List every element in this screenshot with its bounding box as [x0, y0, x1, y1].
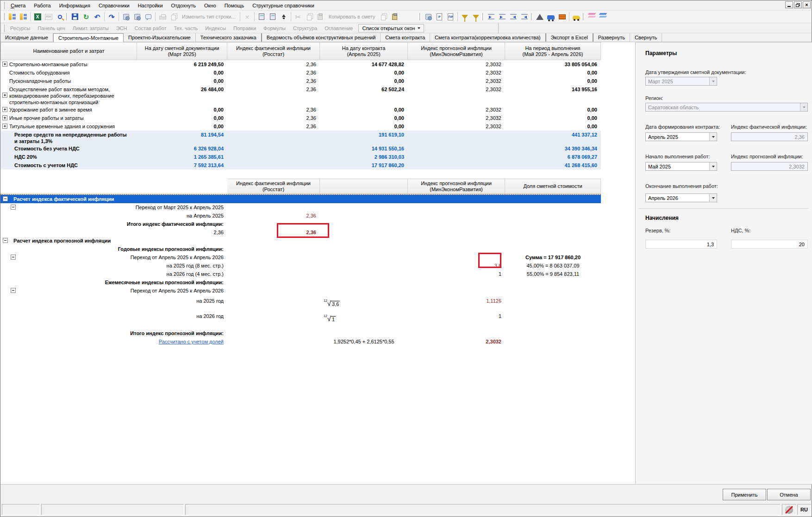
- expand-icon[interactable]: [2, 107, 7, 112]
- refresh-button[interactable]: ↻: [81, 11, 92, 22]
- annual-2025-row[interactable]: на 2025 год (8 мес. стр.) 3,6 45,00% = 8…: [0, 262, 601, 270]
- tab-export-excel[interactable]: Экспорт в Excel: [546, 33, 593, 42]
- menu-otdohnut[interactable]: Отдохнуть: [167, 1, 200, 10]
- collapse-icon[interactable]: [3, 196, 8, 201]
- contract-date-select[interactable]: Апрель 2025: [645, 132, 717, 141]
- calculator-add-button[interactable]: [267, 11, 278, 22]
- search-button[interactable]: [54, 11, 65, 22]
- indent-increase2-button[interactable]: [497, 11, 508, 22]
- doc-pr-button[interactable]: ПР: [445, 11, 456, 22]
- menu-pomosh[interactable]: Помощь: [220, 1, 249, 10]
- calculator-button[interactable]: [256, 11, 267, 22]
- collapse-icon[interactable]: [11, 255, 16, 260]
- annual-title-row[interactable]: Годовые индексы прогнозной инфляции:: [0, 245, 601, 253]
- menu-smeta[interactable]: Смета: [6, 1, 30, 10]
- table-row[interactable]: Удорожание работ в зимнее время 0,00 2,3…: [0, 106, 601, 114]
- structure-add-button[interactable]: [18, 11, 29, 22]
- fact-month-row[interactable]: на Апрель 2025 2,36: [0, 212, 601, 220]
- vat-input[interactable]: 20: [731, 240, 808, 249]
- transport-button[interactable]: [571, 11, 582, 22]
- filter-clear-button[interactable]: [470, 11, 481, 22]
- tab-contract-estimate-qty[interactable]: Смета контракта(корректировка количества…: [430, 33, 546, 42]
- move-up-button[interactable]: [278, 11, 289, 22]
- menubar-grip-icon[interactable]: [2, 2, 5, 9]
- toolbar-grip-icon[interactable]: [2, 13, 5, 20]
- tab-collapse-all[interactable]: Свернуть: [630, 33, 662, 42]
- menu-nastroiki[interactable]: Настройки: [134, 1, 167, 10]
- close-button[interactable]: ×: [803, 1, 811, 8]
- monthly-2025-row[interactable]: на 2025 год 12√3,6 1,1126: [0, 295, 601, 310]
- collapse-icon[interactable]: [3, 238, 8, 243]
- machine-1-button[interactable]: [120, 11, 131, 22]
- fact-index-section-row[interactable]: Расчет индекса фактической инфляции: [0, 195, 601, 203]
- menu-struct-spravochniki[interactable]: Структурные справочники: [248, 1, 318, 10]
- save-button[interactable]: [69, 11, 81, 22]
- panelbar-grip-icon[interactable]: [2, 25, 5, 32]
- reserve-input[interactable]: 1,3: [645, 240, 717, 249]
- work-end-select[interactable]: Апрель 2026: [645, 193, 717, 202]
- vat-row[interactable]: НДС 20% 1 265 385,61 2 986 310,03 6 878 …: [0, 153, 601, 161]
- tab-design-survey[interactable]: Проектно-Изыскательские: [124, 33, 196, 42]
- apply-button[interactable]: Применить: [723, 489, 766, 500]
- undo-button[interactable]: ↶: [92, 11, 103, 22]
- language-indicator[interactable]: RU: [797, 504, 811, 515]
- layers-blue-button[interactable]: [597, 11, 608, 22]
- col-header-period[interactable]: На период выполнения(Май 2025 - Апрель 2…: [505, 42, 601, 60]
- prog-total-value-row[interactable]: Рассчитано с учетом долей 1,9252*0,45 + …: [0, 337, 601, 346]
- indent-increase-button[interactable]: [486, 11, 497, 22]
- materials-button[interactable]: [556, 11, 568, 22]
- doc-gear-button[interactable]: [423, 11, 434, 22]
- minimize-button[interactable]: [785, 1, 793, 8]
- comment-gear-button[interactable]: [143, 11, 154, 22]
- table-row[interactable]: Иные прочие работы и затраты 0,00 2,36 0…: [0, 114, 601, 122]
- col-header-name[interactable]: Наименование работ и затрат: [0, 42, 137, 60]
- restore-row-button[interactable]: ↷: [106, 11, 117, 22]
- open-windows-dropdown[interactable]: Список открытых окон: [358, 24, 424, 32]
- menu-rabota[interactable]: Работа: [30, 1, 55, 10]
- restore-button[interactable]: [794, 1, 802, 8]
- structure-tree-button[interactable]: [6, 11, 18, 22]
- layers-pink-button[interactable]: [586, 11, 597, 22]
- reserve-row[interactable]: Резерв средств на непредвиденные работы …: [0, 131, 601, 144]
- resources-button[interactable]: [534, 11, 545, 22]
- tab-initial-data[interactable]: Исходные данные: [0, 33, 53, 42]
- indent-decrease-button[interactable]: [508, 11, 519, 22]
- tab-technical-customer[interactable]: Технического заказчика: [196, 33, 262, 42]
- tab-contract-estimate[interactable]: Смета контракта: [381, 33, 430, 42]
- total-with-vat-row[interactable]: Стоимость с учетом НДС 7 592 313,64 17 9…: [0, 161, 601, 169]
- monthly-2026-row[interactable]: на 2026 год 12√1 1: [0, 310, 601, 325]
- copy-page-color-button[interactable]: [389, 11, 400, 22]
- table-row[interactable]: Титульные временные здания и сооружения …: [0, 122, 601, 131]
- indent-decrease2-button[interactable]: [519, 11, 530, 22]
- expand-icon[interactable]: [2, 124, 7, 129]
- annual-2026-row[interactable]: на 2026 год (4 мес. стр.) 1 55,00% = 9 8…: [0, 270, 601, 278]
- col-header-contract-date[interactable]: На дату контракта(Апрель 2025): [320, 42, 408, 60]
- menu-informacia[interactable]: Информация: [55, 1, 94, 10]
- doc-p-button[interactable]: Р: [434, 11, 445, 22]
- tab-construction-installation[interactable]: Строительно-Монтажные: [53, 33, 124, 42]
- monthly-transition-row[interactable]: Переход от Апрель 2025 к Апрель 2026: [0, 287, 601, 295]
- expand-icon[interactable]: [2, 93, 7, 98]
- table-row[interactable]: Пусконаладочные работы 0,00 2,36 0,00 2,…: [0, 77, 601, 85]
- annual-transition-row[interactable]: Переход от Апрель 2025 к Апрель 2026 Сум…: [0, 253, 601, 262]
- menu-spravochniki[interactable]: Справочники: [94, 1, 134, 10]
- tab-volume-sheet[interactable]: Ведомость объёмов конструктивных решений: [262, 33, 381, 42]
- machines-button[interactable]: [545, 11, 556, 22]
- work-start-select[interactable]: Май 2025: [645, 162, 717, 171]
- filter-button[interactable]: [459, 11, 470, 22]
- cancel-button[interactable]: Отмена: [767, 489, 811, 500]
- export-excel-button[interactable]: X: [32, 11, 43, 22]
- machine-2-button[interactable]: [131, 11, 143, 22]
- total-without-vat-row[interactable]: Стоимость без учета НДС 6 326 928,04 14 …: [0, 144, 601, 153]
- calc-with-shares-link[interactable]: Рассчитано с учетом долей: [159, 339, 224, 344]
- table-row[interactable]: Стоимость оборудования 0,00 2,36 0,00 2,…: [0, 69, 601, 77]
- tab-expand-all[interactable]: Развернуть: [593, 33, 630, 42]
- monthly-title-row[interactable]: Ежемесячные индексы прогнозной инфляции:: [0, 278, 601, 287]
- expand-icon[interactable]: [2, 115, 7, 120]
- collapse-icon[interactable]: [11, 288, 16, 293]
- fact-transition-row[interactable]: Переход от Март 2025 к Апрель 2025: [0, 203, 601, 212]
- menu-okno[interactable]: Окно: [200, 1, 220, 10]
- col-header-fact-index[interactable]: Индекс фактической инфляции(Росстат): [227, 42, 320, 60]
- col-header-doc-date[interactable]: На дату сметной документации(Март 2025): [137, 42, 227, 60]
- collapse-icon[interactable]: [11, 205, 16, 210]
